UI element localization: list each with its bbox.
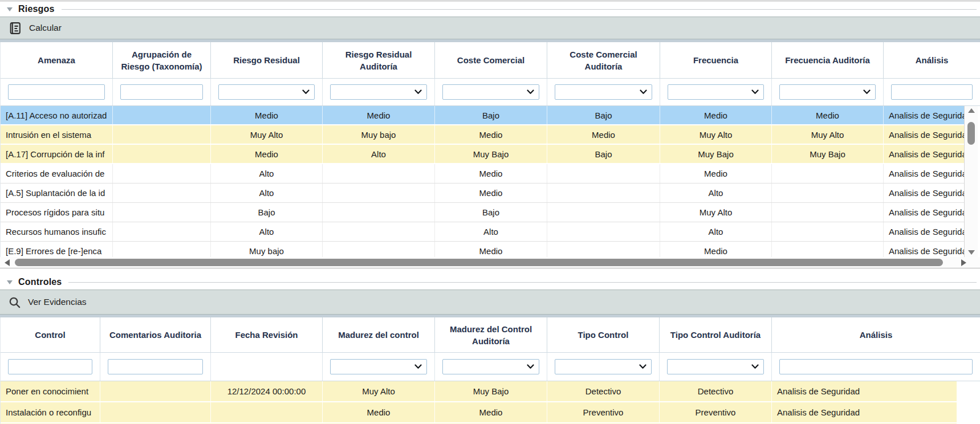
column-header-riesgo-residual-auditoria[interactable]: Riesgo Residual Auditoría xyxy=(323,42,435,78)
filter-cell xyxy=(211,353,323,381)
column-header-coste-comercial[interactable]: Coste Comercial xyxy=(435,42,547,78)
table-row[interactable]: [E.9] Errores de [re-]encaMuy bajoMedioM… xyxy=(1,242,964,257)
table-row[interactable]: Instalación o reconfiguMedioMedioPrevent… xyxy=(1,402,957,423)
riesgos-filter-row xyxy=(1,79,980,106)
vertical-scrollbar-track[interactable] xyxy=(965,115,978,248)
table-cell: Medio xyxy=(435,184,547,202)
column-header-control[interactable]: Control xyxy=(1,317,100,352)
calcular-button[interactable]: Calcular xyxy=(8,21,62,35)
filter-select-tipo-control[interactable] xyxy=(555,359,652,374)
horizontal-scrollbar[interactable] xyxy=(0,257,980,268)
table-cell: Alto xyxy=(211,184,323,202)
triangle-down-icon xyxy=(968,250,975,255)
table-cell: Bajo xyxy=(547,145,660,163)
column-header-madurez-del-control[interactable]: Madurez del control xyxy=(323,317,435,352)
table-cell xyxy=(323,164,435,183)
column-header-madurez-del-control-auditoria[interactable]: Madurez del Control Auditoría xyxy=(435,317,547,352)
controles-grid: ControlComentarios AuditoriaFecha Revisi… xyxy=(1,317,980,424)
filter-select-frecuencia[interactable] xyxy=(668,84,764,100)
column-header-comentarios-auditoria[interactable]: Comentarios Auditoria xyxy=(100,317,211,352)
column-header-amenaza[interactable]: Amenaza xyxy=(1,42,113,78)
table-cell: Muy bajo xyxy=(323,125,435,144)
table-cell: Analisis de Seguridad xyxy=(884,145,964,163)
filter-cell xyxy=(772,353,980,381)
filter-input-agrupacion-de-riesgo-taxonomia[interactable] xyxy=(120,84,203,100)
controles-section: Controles Ver Evidencias ControlComentar… xyxy=(0,272,980,424)
column-header-agrupacion-de-riesgo-taxonomia[interactable]: Agrupación de Riesgo (Taxonomía) xyxy=(113,42,211,78)
filter-input-comentarios-auditoria[interactable] xyxy=(108,359,203,374)
scroll-right-arrow[interactable] xyxy=(961,259,966,266)
filter-select-coste-comercial-auditoria[interactable] xyxy=(555,84,652,100)
controles-toolbar: Ver Evidencias xyxy=(0,290,980,315)
column-header-frecuencia-auditoria[interactable]: Frecuencia Auditoría xyxy=(772,42,884,78)
column-header-tipo-control[interactable]: Tipo Control xyxy=(547,317,660,352)
collapse-triangle-icon[interactable] xyxy=(7,7,13,11)
table-cell xyxy=(772,222,884,241)
table-row[interactable]: Procesos rígidos para situBajoBajoMuy Al… xyxy=(1,203,964,222)
scroll-down-arrow[interactable] xyxy=(965,248,978,257)
table-cell: Recursos humanos insufic xyxy=(1,222,113,241)
calcular-label: Calcular xyxy=(29,23,62,33)
table-cell: Bajo xyxy=(547,106,660,124)
filter-cell xyxy=(323,353,435,381)
filter-select-madurez-del-control-auditoria[interactable] xyxy=(442,359,539,374)
ver-evidencias-button[interactable]: Ver Evidencias xyxy=(8,296,87,309)
table-cell xyxy=(547,184,660,202)
scroll-left-arrow[interactable] xyxy=(5,259,10,266)
horizontal-scrollbar-track[interactable] xyxy=(13,257,959,268)
table-cell: Medio xyxy=(435,402,547,422)
controles-table: ControlComentarios AuditoriaFecha Revisi… xyxy=(0,317,980,424)
vertical-scrollbar-thumb[interactable] xyxy=(967,122,975,145)
column-header-riesgo-residual[interactable]: Riesgo Residual xyxy=(211,42,323,78)
table-row[interactable]: [A.17] Corrupción de la infMedioAltoMuy … xyxy=(1,145,964,164)
column-header-tipo-control-auditoria[interactable]: Tipo Control Auditoría xyxy=(660,317,772,352)
filter-select-riesgo-residual-auditoria[interactable] xyxy=(330,84,427,100)
filter-input-analisis[interactable] xyxy=(779,359,973,374)
riesgos-table: AmenazaAgrupación de Riesgo (Taxonomía)R… xyxy=(0,42,980,257)
table-cell: Muy Bajo xyxy=(435,381,547,401)
table-row[interactable]: Recursos humanos insuficAltoAltoAltoAnal… xyxy=(1,222,964,242)
table-cell: Preventivo xyxy=(660,402,772,422)
column-header-coste-comercial-auditoria[interactable]: Coste Comercial Auditoría xyxy=(547,42,660,78)
riesgos-rows-viewport: [A.11] Acceso no autorizadMedioMedioBajo… xyxy=(1,106,964,257)
search-icon xyxy=(8,296,21,309)
filter-input-amenaza[interactable] xyxy=(8,84,105,100)
column-header-analisis[interactable]: Análisis xyxy=(772,317,980,352)
filter-cell xyxy=(772,79,884,105)
filter-select-madurez-del-control[interactable] xyxy=(330,359,427,374)
table-cell xyxy=(772,242,884,257)
table-cell: Medio xyxy=(435,164,547,183)
filter-input-control[interactable] xyxy=(8,359,92,374)
column-header-analisis[interactable]: Análisis xyxy=(884,42,980,78)
table-cell xyxy=(113,184,211,202)
table-row[interactable]: [A.11] Acceso no autorizadMedioMedioBajo… xyxy=(1,106,964,125)
column-header-fecha-revision[interactable]: Fecha Revisión xyxy=(211,317,323,352)
table-row[interactable]: Intrusión en el sistemaMuy AltoMuy bajoM… xyxy=(1,125,964,145)
filter-select-riesgo-residual[interactable] xyxy=(218,84,315,100)
table-cell xyxy=(323,242,435,257)
horizontal-scrollbar-thumb[interactable] xyxy=(15,259,943,266)
collapse-triangle-icon[interactable] xyxy=(7,280,13,284)
filter-cell xyxy=(113,79,211,105)
filter-select-tipo-control-auditoria[interactable] xyxy=(667,359,764,374)
table-row[interactable]: Criterios de evaluación deAltoMedioMedio… xyxy=(1,164,964,184)
vertical-scrollbar[interactable] xyxy=(964,106,978,257)
filter-cell xyxy=(435,353,547,381)
filter-select-coste-comercial[interactable] xyxy=(442,84,539,100)
table-cell: Alto xyxy=(323,145,435,163)
table-cell xyxy=(772,184,884,202)
section-divider-line xyxy=(62,9,977,10)
filter-select-frecuencia-auditoria[interactable] xyxy=(779,84,876,100)
table-row[interactable]: Poner en conocimient12/12/2024 00:00:00M… xyxy=(1,381,957,402)
table-cell: Bajo xyxy=(435,106,547,124)
table-row[interactable]: [A.5] Suplantación de la idAltoMedioAlto… xyxy=(1,184,964,203)
filter-cell xyxy=(660,353,772,381)
column-header-frecuencia[interactable]: Frecuencia xyxy=(660,42,772,78)
filter-cell xyxy=(1,353,100,381)
section-divider-line xyxy=(68,282,977,283)
filter-input-analisis[interactable] xyxy=(891,84,973,100)
scroll-up-arrow[interactable] xyxy=(965,106,978,115)
table-cell: Medio xyxy=(660,106,772,124)
table-cell xyxy=(113,222,211,241)
table-cell: Muy Alto xyxy=(660,203,772,222)
